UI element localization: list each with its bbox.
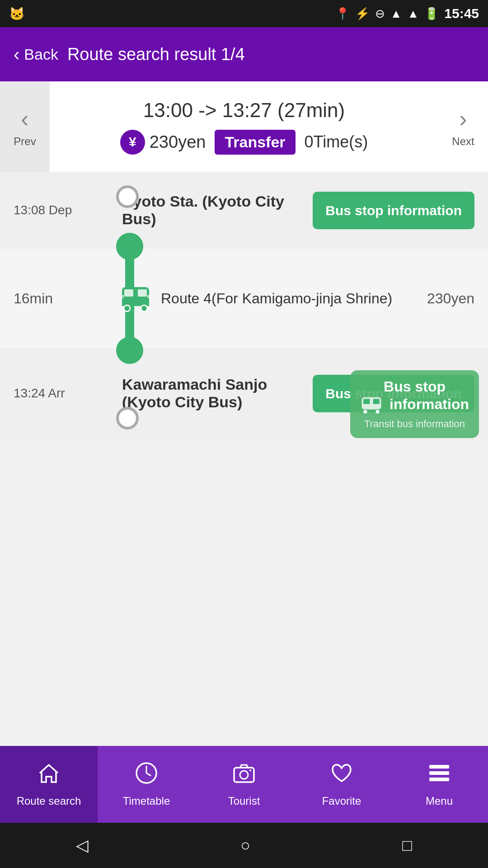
svg-rect-11 (138, 289, 147, 297)
tooltip-sub: Transit bus information (360, 418, 469, 430)
nav-menu-label: Menu (426, 795, 453, 807)
svg-point-27 (249, 769, 251, 771)
nav-route-search-label: Route search (17, 795, 81, 807)
arr-stop-name: Kawaramachi Sanjo (Kyoto City Bus) (117, 376, 313, 411)
svg-rect-30 (429, 778, 449, 781)
route-summary: ‹ Prev 13:00 -> 13:27 (27min) ¥ 230yen T… (0, 81, 488, 172)
arr-gray-dot (116, 407, 139, 429)
app-icon: 🐱 (9, 6, 25, 21)
status-bar: 🐱 📍 ⚡ ⊖ ▲ ▲ 🔋 15:45 (0, 0, 488, 27)
nav-timetable[interactable]: Timetable (98, 746, 195, 823)
fare-amount: 230yen (150, 132, 206, 152)
home-android-btn[interactable]: ○ (240, 836, 250, 855)
svg-rect-16 (147, 295, 149, 298)
svg-rect-29 (429, 771, 449, 775)
signal-icon: ▲ (408, 7, 419, 21)
bottom-nav: Route search Timetable Tourist (0, 746, 488, 823)
arrival-stop: 13:24 Arr Kawaramachi Sanjo (Kyoto City … (0, 348, 488, 439)
arr-green-dot-top (116, 337, 143, 364)
nav-menu[interactable]: Menu (390, 746, 488, 823)
dep-stop-name: Kyoto Sta. (Kyoto City Bus) (117, 193, 313, 228)
tooltip-line1: Bus stop (360, 378, 469, 395)
recents-android-btn[interactable]: □ (402, 836, 412, 855)
android-nav: ◁ ○ □ (0, 823, 488, 868)
svg-rect-10 (124, 289, 133, 297)
prev-button[interactable]: ‹ Prev (0, 81, 50, 172)
menu-icon (427, 761, 451, 790)
page-title: Route search result 1/4 (67, 45, 245, 64)
back-android-btn[interactable]: ◁ (76, 836, 89, 855)
fare-row: ¥ 230yen Transfer 0Time(s) (120, 130, 368, 155)
status-time: 15:45 (444, 6, 479, 21)
prev-label: Prev (14, 135, 36, 148)
transfer-times: 0Time(s) (305, 132, 368, 151)
next-arrow-icon: › (459, 105, 467, 132)
svg-point-14 (141, 305, 147, 311)
minus-icon: ⊖ (375, 7, 385, 21)
home-icon (37, 761, 61, 790)
svg-point-13 (124, 305, 130, 311)
nav-favorite[interactable]: Favorite (293, 746, 390, 823)
nav-tourist-label: Tourist (228, 795, 260, 807)
svg-rect-19 (373, 399, 380, 404)
arr-time: 13:24 Arr (14, 386, 81, 401)
yen-symbol: ¥ (120, 130, 145, 155)
route-info: 13:00 -> 13:27 (27min) ¥ 230yen Transfer… (50, 99, 438, 155)
back-button[interactable]: ‹ Back (14, 44, 58, 65)
dep-time: 13:08 Dep (14, 203, 81, 217)
prev-arrow-icon: ‹ (21, 105, 28, 132)
svg-point-26 (240, 771, 248, 779)
svg-point-21 (375, 409, 380, 414)
route-time-range: 13:00 -> 13:27 (27min) (143, 99, 345, 122)
svg-point-20 (363, 409, 368, 414)
svg-rect-18 (363, 399, 370, 404)
location-icon: 📍 (335, 7, 350, 21)
bluetooth-icon: ⚡ (355, 7, 370, 21)
tooltip-line2: information (360, 395, 469, 415)
segment-row: 16min Route 4(For Kamigamo-jinja Shrine)… (0, 249, 488, 348)
seg-fare: 230yen (402, 290, 474, 307)
top-dot (116, 185, 139, 208)
svg-line-24 (146, 773, 151, 776)
fare-badge: ¥ 230yen (120, 130, 206, 155)
transfer-label: Transfer (215, 130, 295, 155)
svg-rect-15 (122, 295, 124, 298)
heart-icon (330, 761, 353, 790)
tooltip-overlay: Bus stop information Transit bus informa… (350, 370, 479, 438)
departure-stop: 13:08 Dep Kyoto Sta. (Kyoto City Bus) Bu… (0, 172, 488, 249)
seg-route-name: Route 4(For Kamigamo-jinja Shrine) (154, 290, 402, 307)
camera-icon (232, 761, 256, 790)
nav-timetable-label: Timetable (123, 795, 170, 807)
dep-green-dot (116, 233, 143, 260)
wifi-icon: ▲ (390, 7, 402, 21)
nav-tourist[interactable]: Tourist (195, 746, 293, 823)
svg-rect-28 (429, 765, 449, 769)
arr-btn-container: Bus stop information Bus stop informatio… (313, 375, 474, 412)
back-label: Back (24, 46, 58, 63)
next-label: Next (452, 135, 474, 148)
bus-icon-wrap (117, 285, 154, 312)
nav-route-search[interactable]: Route search (0, 746, 98, 823)
battery-icon: 🔋 (424, 7, 439, 21)
clock-icon (135, 761, 158, 790)
next-button[interactable]: › Next (438, 81, 488, 172)
route-list: 13:08 Dep Kyoto Sta. (Kyoto City Bus) Bu… (0, 172, 488, 746)
dep-bus-stop-btn[interactable]: Bus stop information (313, 192, 474, 229)
header: ‹ Back Route search result 1/4 (0, 27, 488, 81)
nav-favorite-label: Favorite (322, 795, 361, 807)
seg-duration: 16min (14, 290, 81, 307)
back-arrow-icon: ‹ (14, 44, 19, 65)
